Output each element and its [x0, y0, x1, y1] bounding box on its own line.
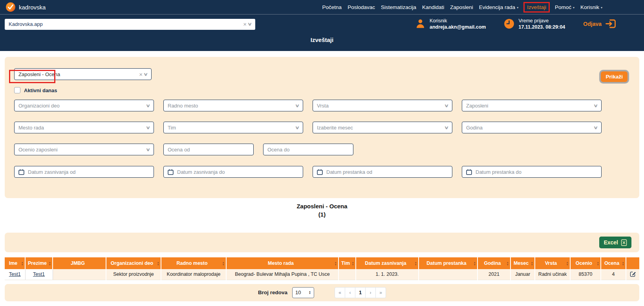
calendar-icon	[18, 169, 24, 175]
column-header-datum-prestanka[interactable]: Datum prestanka▲▼	[419, 257, 478, 269]
excel-file-icon	[621, 239, 627, 246]
column-header-prezime[interactable]: Prezime▲▼	[25, 257, 53, 269]
job-position-select[interactable]: Radno mesto ∨	[163, 100, 303, 111]
sort-icon[interactable]: ▲▼	[352, 261, 354, 266]
excel-export-button[interactable]: Excel	[599, 237, 631, 248]
column-header-mesec[interactable]: Mesec▲▼	[510, 257, 535, 269]
report-type-select[interactable]: Zaposleni - Ocena × ∨	[14, 68, 152, 80]
column-header-godina[interactable]: Godina▲▼	[478, 257, 510, 269]
start-date-to-input[interactable]: Datum zasnivanja do	[163, 166, 303, 178]
rated-by-select[interactable]: Ocenio zaposleni ∨	[14, 144, 154, 155]
first-name-link[interactable]: Test1	[9, 271, 21, 277]
sort-icon[interactable]: ▲▼	[597, 261, 599, 266]
last-page-button[interactable]: »	[375, 287, 386, 298]
active-today-checkbox[interactable]	[14, 87, 20, 93]
chevron-down-icon: ∨	[444, 125, 449, 130]
last-name-link[interactable]: Test1	[33, 271, 45, 277]
end-date-to-input[interactable]: Datum prestanka do	[462, 166, 602, 178]
nav-item-kandidati[interactable]: Kandidati	[422, 4, 444, 10]
sort-icon[interactable]: ▲▼	[507, 261, 509, 266]
cell-mesec: Januar	[510, 269, 535, 280]
chevron-down-icon[interactable]: ∨	[143, 72, 148, 77]
column-header-ocena[interactable]: Ocena▲▼	[601, 257, 626, 269]
sort-icon[interactable]: ▲▼	[566, 261, 569, 266]
column-header-organizacioni-deo[interactable]: Organizacioni deo▲▼	[106, 257, 161, 269]
column-header-vrsta[interactable]: Vrsta▲▼	[535, 257, 570, 269]
logout-button[interactable]: Odjava	[583, 18, 617, 29]
nav-item-pocetna[interactable]: Početna	[322, 4, 342, 10]
chevron-down-icon: ∨	[444, 103, 449, 108]
sort-icon[interactable]: ▲▼	[531, 261, 533, 266]
cell-datum-zasnivanja: 1. 1. 2023.	[356, 269, 419, 280]
start-date-from-input[interactable]: Datum zasnivanja od	[14, 166, 154, 178]
month-select[interactable]: Izaberite mesec ∨	[313, 122, 452, 133]
nav-item-evidencija-rada[interactable]: Evidencija rada ▾	[479, 4, 518, 10]
rows-per-page-select[interactable]: 10 ▲▼	[292, 287, 314, 298]
year-select[interactable]: Godina ∨	[462, 122, 602, 133]
org-unit-select[interactable]: Organizacioni deo ∨	[14, 100, 154, 111]
column-header-mesto-rada[interactable]: Mesto rada▲▼	[226, 257, 338, 269]
brand[interactable]: kadrovska	[5, 2, 46, 12]
nav-item-sistematizacija[interactable]: Sistematizacija	[381, 4, 416, 10]
work-location-select[interactable]: Mesto rada ∨	[14, 122, 154, 133]
sort-icon[interactable]: ▲▼	[49, 261, 51, 266]
end-date-from-input[interactable]: Datum prestanka od	[313, 166, 452, 178]
app-select[interactable]: Kadrovska.app × ∨	[5, 19, 255, 30]
chevron-down-icon[interactable]: ∨	[247, 22, 252, 27]
column-header-actions	[626, 257, 639, 269]
sort-icon[interactable]: ▲▼	[474, 261, 476, 266]
user-label: Korisnik	[430, 18, 486, 24]
page-1-button[interactable]: 1	[355, 287, 366, 298]
filter-row-2: Mesto rada ∨ Tim ∨ Izaberite mesec ∨ God…	[14, 122, 630, 133]
sort-icon[interactable]: ▲▼	[157, 261, 159, 266]
cell-datum-prestanka	[419, 269, 478, 280]
column-header-tim[interactable]: Tim▲▼	[338, 257, 356, 269]
employee-select[interactable]: Zaposleni ∨	[462, 100, 602, 111]
type-select[interactable]: Vrsta ∨	[313, 100, 452, 111]
pagination-buttons: « ‹ 1 › »	[335, 287, 386, 298]
rows-per-page-value: 10	[295, 290, 301, 295]
results-table: Ime▲▼ Prezime▲▼ JMBG Organizacioni deo▲▼…	[5, 257, 639, 280]
sub-header: Kadrovska.app × ∨ Korisnik andreja.akn@g…	[0, 14, 644, 33]
filter-row-3: Ocenio zaposleni ∨ Ocena od Ocena do	[14, 144, 630, 155]
team-select[interactable]: Tim ∨	[163, 122, 303, 133]
sort-icon[interactable]: ▲▼	[335, 261, 337, 266]
results-count: (1)	[0, 210, 644, 219]
filter-row-4: Datum zasnivanja od Datum zasnivanja do …	[14, 166, 630, 178]
sort-icon[interactable]: ▲▼	[222, 261, 225, 266]
filter-row-1: Organizacioni deo ∨ Radno mesto ∨ Vrsta …	[14, 100, 630, 111]
calendar-icon	[317, 169, 323, 175]
logout-icon	[605, 18, 617, 29]
caret-down-icon: ▾	[573, 6, 574, 9]
grade-from-input[interactable]: Ocena od	[163, 144, 254, 155]
nav-item-poslodavac[interactable]: Poslodavac	[348, 4, 375, 10]
sort-icon[interactable]: ▲▼	[622, 261, 624, 266]
sort-icon[interactable]: ▲▼	[21, 261, 24, 266]
column-header-jmbg[interactable]: JMBG	[53, 257, 106, 269]
next-page-button[interactable]: ›	[365, 287, 376, 298]
clear-icon[interactable]: ×	[243, 21, 247, 27]
prev-page-button[interactable]: ‹	[345, 287, 355, 298]
edit-row-button[interactable]	[630, 271, 636, 277]
nav-item-pomoc[interactable]: Pomoć ▾	[555, 4, 574, 10]
clear-icon[interactable]: ×	[139, 71, 143, 77]
nav-item-zaposleni[interactable]: Zaposleni	[450, 4, 473, 10]
nav-item-korisnik[interactable]: Korisnik ▾	[580, 4, 602, 10]
column-header-radno-mesto[interactable]: Radno mesto▲▼	[161, 257, 226, 269]
sort-icon[interactable]: ▲▼	[415, 261, 417, 266]
chevron-down-icon: ∨	[146, 125, 150, 130]
table-header-row: Ime▲▼ Prezime▲▼ JMBG Organizacioni deo▲▼…	[5, 257, 639, 269]
column-header-datum-zasnivanja[interactable]: Datum zasnivanja▲▼	[356, 257, 419, 269]
first-page-button[interactable]: «	[335, 287, 345, 298]
calendar-icon	[168, 169, 174, 175]
user-info: Korisnik andreja.akn@gmail.com	[415, 18, 486, 30]
show-button[interactable]: Prikaži	[601, 71, 628, 82]
column-header-ocenio[interactable]: Ocenio▲▼	[570, 257, 601, 269]
app-select-value: Kadrovska.app	[9, 21, 43, 27]
nav-item-izvestaji[interactable]: Izveštaji	[523, 2, 550, 13]
grade-to-input[interactable]: Ocena do	[263, 144, 353, 155]
pagination-bar: Broj redova 10 ▲▼ « ‹ 1 › »	[5, 284, 639, 301]
chevron-down-icon: ∨	[295, 125, 300, 130]
cell-godina: 2021	[478, 269, 510, 280]
column-header-ime[interactable]: Ime▲▼	[5, 257, 25, 269]
